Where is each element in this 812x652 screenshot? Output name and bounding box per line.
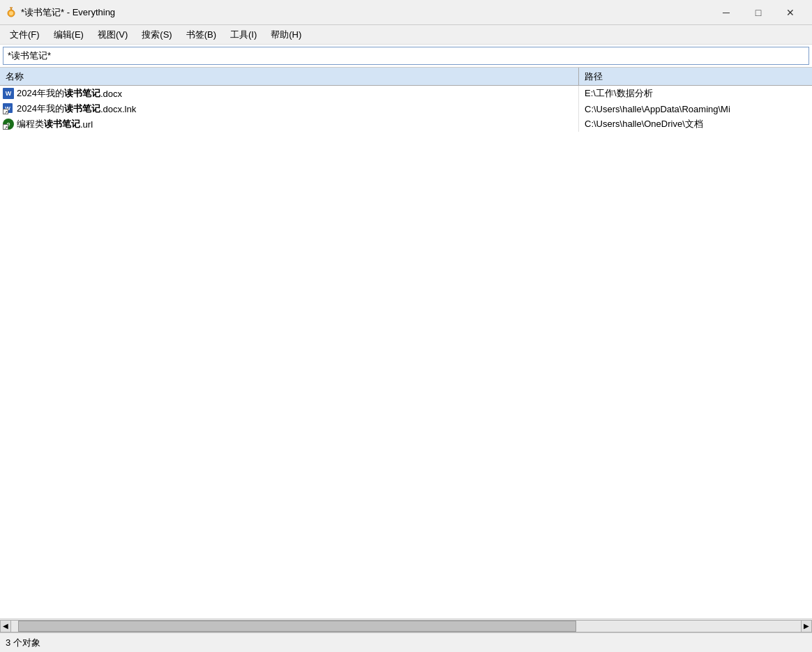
scroll-thumb[interactable] <box>18 621 576 632</box>
status-text: 3 个对象 <box>6 637 40 649</box>
app-icon <box>6 7 17 18</box>
file-path-cell: C:\Users\halle\OneDrive\文档 <box>579 118 812 130</box>
file-name-cell: W ↗ 2024年我的读书笔记.docx.lnk <box>0 101 579 116</box>
file-name-bold: 读书笔记 <box>44 118 80 130</box>
window-title: *读书笔记* - Everything <box>21 6 710 19</box>
scroll-left-button[interactable]: ◀ <box>0 620 11 632</box>
file-list: W 2024年我的读书笔记.docx E:\工作\数据分析 W ↗ 2024年我… <box>0 86 812 619</box>
status-bar: 3 个对象 <box>0 632 812 652</box>
svg-point-1 <box>9 11 13 15</box>
file-name-suffix: .url <box>80 119 93 130</box>
table-row[interactable]: W ↗ 2024年我的读书笔记.docx.lnk C:\Users\halle\… <box>0 101 812 116</box>
scroll-track[interactable] <box>11 620 801 632</box>
table-row[interactable]: W 2024年我的读书笔记.docx E:\工作\数据分析 <box>0 86 812 101</box>
search-input[interactable] <box>3 47 809 65</box>
file-name-bold: 读书笔记 <box>64 103 100 115</box>
url-icon: e ↗ <box>3 119 14 130</box>
file-name-cell: e ↗ 编程类读书笔记.url <box>0 116 579 132</box>
menu-view[interactable]: 视图(V) <box>91 26 135 44</box>
file-path-cell: C:\Users\halle\AppData\Roaming\Mi <box>579 104 812 114</box>
file-path-cell: E:\工作\数据分析 <box>579 87 812 100</box>
menu-tools[interactable]: 工具(I) <box>223 26 264 44</box>
table-row[interactable]: e ↗ 编程类读书笔记.url C:\Users\halle\OneDrive\… <box>0 116 812 132</box>
horizontal-scrollbar: ◀ ▶ <box>0 619 812 632</box>
search-bar <box>0 45 812 68</box>
menu-file[interactable]: 文件(F) <box>3 26 47 44</box>
file-name-prefix: 编程类 <box>17 118 44 130</box>
menu-bookmark[interactable]: 书签(B) <box>179 26 223 44</box>
file-name-suffix: .docx <box>100 89 122 99</box>
minimize-button[interactable]: ─ <box>710 1 742 24</box>
window-controls: ─ □ ✕ <box>710 1 806 24</box>
column-name-header[interactable]: 名称 <box>0 68 579 85</box>
column-headers: 名称 路径 <box>0 68 812 86</box>
file-name-prefix: 2024年我的 <box>17 87 64 100</box>
file-name-bold: 读书笔记 <box>64 87 100 100</box>
file-name-suffix: .docx.lnk <box>100 104 136 114</box>
menu-search[interactable]: 搜索(S) <box>135 26 179 44</box>
close-button[interactable]: ✕ <box>774 1 806 24</box>
shortcut-icon: W ↗ <box>3 103 14 114</box>
column-path-header[interactable]: 路径 <box>579 68 812 85</box>
menu-help[interactable]: 帮助(H) <box>264 26 308 44</box>
word-icon: W <box>3 88 14 99</box>
file-name-cell: W 2024年我的读书笔记.docx <box>0 86 579 101</box>
title-bar: *读书笔记* - Everything ─ □ ✕ <box>0 0 812 25</box>
menu-edit[interactable]: 编辑(E) <box>47 26 91 44</box>
maximize-button[interactable]: □ <box>742 1 774 24</box>
file-name-prefix: 2024年我的 <box>17 103 64 115</box>
scroll-right-button[interactable]: ▶ <box>801 620 812 632</box>
menu-bar: 文件(F) 编辑(E) 视图(V) 搜索(S) 书签(B) 工具(I) 帮助(H… <box>0 25 812 45</box>
